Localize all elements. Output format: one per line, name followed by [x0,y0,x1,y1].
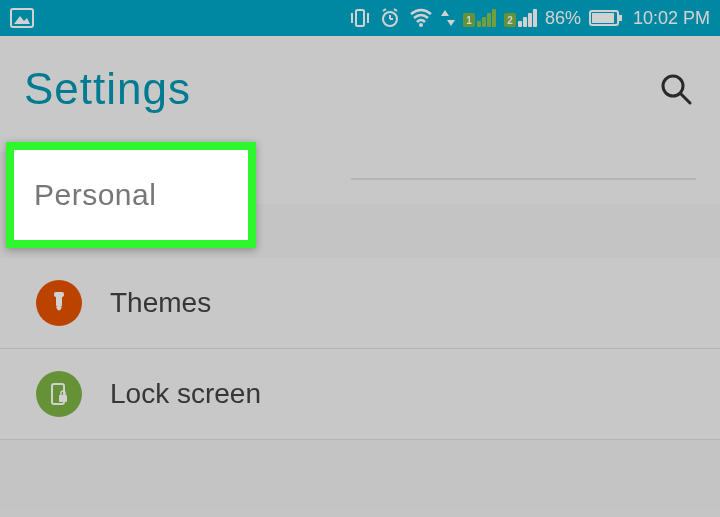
svg-line-17 [681,94,690,103]
settings-item-label: Themes [110,287,211,319]
status-bar: 1 2 86% 10:02 PM [0,0,720,36]
settings-item-label: Lock screen [110,378,261,410]
svg-rect-14 [592,13,614,23]
alarm-icon [379,7,401,29]
section-label: Personal [34,178,156,212]
data-arrows-icon [441,8,455,28]
app-header: Settings [0,36,720,152]
lock-screen-icon [36,371,82,417]
svg-line-9 [394,9,397,11]
clock-text: 10:02 PM [633,8,710,29]
settings-item-themes[interactable]: Themes [0,258,720,349]
settings-item-lock-screen[interactable]: Lock screen [0,349,720,440]
svg-line-8 [383,9,386,11]
wifi-icon [409,8,433,28]
search-button[interactable] [656,69,696,109]
svg-rect-0 [11,9,33,27]
sim2-signal: 2 [504,9,537,27]
svg-rect-19 [54,292,64,297]
battery-icon [589,10,623,26]
highlight-callout-personal: Personal [6,142,256,248]
themes-icon [36,280,82,326]
svg-marker-1 [14,16,30,24]
svg-point-10 [419,23,423,27]
svg-rect-21 [59,395,67,402]
vibrate-icon [349,8,371,28]
svg-rect-15 [619,15,622,21]
sim1-badge: 1 [463,13,475,27]
section-divider [351,178,696,180]
svg-rect-2 [356,10,364,26]
sim1-signal: 1 [463,9,496,27]
gallery-icon [10,8,34,28]
settings-list: Themes Lock screen [0,258,720,440]
search-icon [659,72,693,106]
svg-marker-12 [447,20,455,26]
svg-marker-11 [441,10,449,16]
page-title: Settings [24,64,191,114]
sim2-badge: 2 [504,13,516,27]
battery-percent-text: 86% [545,8,581,29]
